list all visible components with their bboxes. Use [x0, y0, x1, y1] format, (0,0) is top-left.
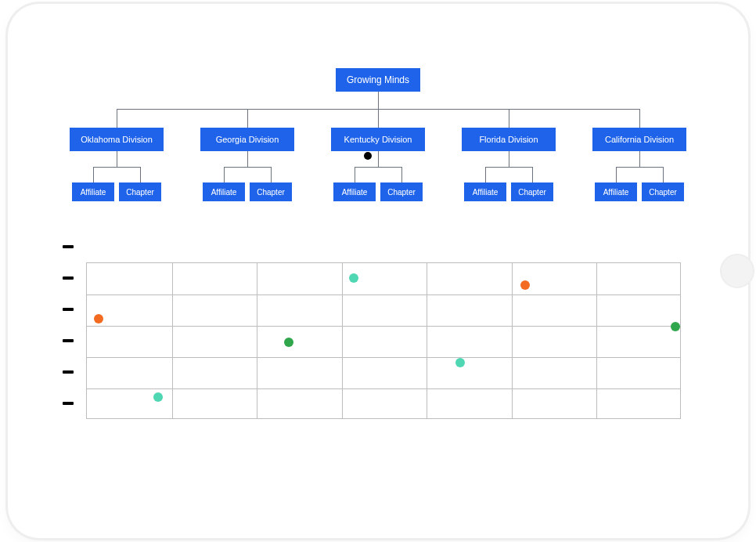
y-tick	[63, 370, 74, 374]
grid-hline	[87, 357, 680, 358]
connector	[247, 151, 248, 167]
grid-vline	[172, 263, 173, 418]
connector	[532, 167, 533, 182]
org-leaf-label: Affiliate	[603, 188, 629, 197]
org-leaf-label: Chapter	[257, 188, 285, 197]
org-leaf-affiliate[interactable]: Affiliate	[464, 182, 506, 201]
connector	[271, 167, 272, 182]
y-tick	[63, 245, 74, 248]
org-root-node[interactable]: Growing Minds	[336, 68, 420, 92]
connector	[93, 167, 94, 182]
connector	[401, 167, 402, 182]
org-division-label: Kentucky Division	[344, 135, 412, 144]
connector	[378, 109, 379, 128]
grid-vline	[512, 263, 513, 418]
org-leaf-chapter[interactable]: Chapter	[250, 182, 292, 201]
connector	[224, 167, 225, 182]
chart-grid	[86, 262, 681, 419]
connector	[616, 167, 617, 182]
y-tick	[63, 339, 74, 342]
connector	[663, 167, 664, 182]
connector	[639, 109, 640, 128]
org-division-florida[interactable]: Florida Division	[462, 128, 556, 151]
connector	[355, 167, 402, 168]
org-division-georgia[interactable]: Georgia Division	[200, 128, 294, 151]
connector	[485, 167, 486, 182]
connector	[509, 109, 509, 128]
connector	[140, 167, 141, 182]
connector	[378, 151, 379, 167]
org-leaf-chapter[interactable]: Chapter	[119, 182, 161, 201]
chart-dot-teal	[349, 273, 358, 283]
connector	[355, 167, 355, 182]
org-leaf-affiliate[interactable]: Affiliate	[333, 182, 376, 201]
org-marker-dot	[364, 152, 372, 160]
org-chart: Growing Minds Oklahoma Division Affiliat…	[55, 27, 701, 223]
org-leaf-chapter[interactable]: Chapter	[511, 182, 553, 201]
org-leaf-label: Affiliate	[342, 188, 368, 197]
connector	[117, 151, 117, 167]
org-leaf-label: Chapter	[126, 188, 154, 197]
org-leaf-affiliate[interactable]: Affiliate	[203, 182, 245, 201]
org-leaf-chapter[interactable]: Chapter	[380, 182, 423, 201]
connector	[224, 167, 272, 168]
connector	[93, 167, 141, 168]
grid-vline	[257, 263, 257, 418]
org-division-label: Georgia Division	[216, 135, 279, 144]
org-leaf-label: Chapter	[518, 188, 546, 197]
org-leaf-affiliate[interactable]: Affiliate	[595, 182, 637, 201]
grid-vline	[596, 263, 597, 418]
org-division-label: California Division	[605, 135, 674, 144]
org-division-oklahoma[interactable]: Oklahoma Division	[70, 128, 164, 151]
screen: Growing Minds Oklahoma Division Affiliat…	[55, 27, 701, 515]
y-tick	[63, 308, 74, 311]
connector	[639, 151, 640, 167]
connector	[247, 109, 248, 128]
org-leaf-label: Affiliate	[473, 188, 499, 197]
org-leaf-label: Affiliate	[81, 188, 106, 197]
grid-vline	[342, 263, 343, 418]
org-division-california[interactable]: California Division	[592, 128, 686, 151]
org-leaf-label: Chapter	[649, 188, 677, 197]
org-leaf-label: Chapter	[387, 188, 416, 197]
y-tick	[63, 402, 74, 405]
org-division-label: Oklahoma Division	[81, 135, 153, 144]
org-leaf-chapter[interactable]: Chapter	[642, 182, 684, 201]
connector	[509, 151, 509, 167]
grid-hline	[87, 294, 680, 295]
org-root-label: Growing Minds	[347, 74, 409, 85]
tablet-home-button[interactable]	[720, 254, 754, 288]
chart-dot-orange	[94, 314, 103, 323]
connector	[616, 167, 664, 168]
tablet-frame: Growing Minds Oklahoma Division Affiliat…	[8, 4, 748, 538]
grid-hline	[87, 388, 680, 389]
y-tick	[63, 276, 74, 280]
scatter-chart	[55, 239, 701, 443]
org-division-label: Florida Division	[479, 135, 538, 144]
grid-hline	[87, 326, 680, 327]
org-leaf-label: Affiliate	[211, 188, 237, 197]
connector	[378, 92, 379, 109]
connector	[117, 109, 117, 128]
grid-vline	[427, 263, 427, 418]
connector	[485, 167, 533, 168]
org-division-kentucky[interactable]: Kentucky Division	[331, 128, 425, 151]
chart-dot-teal	[455, 358, 465, 367]
chart-dot-teal	[153, 392, 163, 402]
org-leaf-affiliate[interactable]: Affiliate	[72, 182, 114, 201]
